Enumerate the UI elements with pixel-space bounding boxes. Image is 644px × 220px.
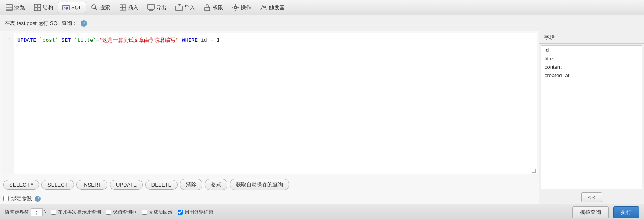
svg-rect-21 — [205, 7, 210, 11]
svg-rect-6 — [34, 8, 37, 11]
keep-query-checkbox[interactable] — [106, 210, 111, 215]
toolbar-btn-insert[interactable]: 插入 — [115, 2, 142, 13]
toolbar-btn-search[interactable]: 搜索 — [87, 2, 114, 13]
toolbar-btn-triggers[interactable]: 触发器 — [256, 2, 289, 13]
toolbar-btn-operations[interactable]: 操作 — [228, 2, 255, 13]
content-body: 1 UPDATE `post` SET `title`="这是一篇测试文章由学院… — [0, 31, 644, 204]
checkbox3-item: 完成后回滚 — [142, 209, 173, 216]
rollback-label: 完成后回滚 — [149, 209, 173, 216]
svg-rect-15 — [148, 4, 154, 9]
toolbar-operations-label: 操作 — [241, 4, 251, 11]
line-numbers: 1 — [2, 33, 14, 174]
svg-rect-7 — [38, 8, 41, 11]
toolbar-btn-permissions[interactable]: 权限 — [200, 2, 227, 13]
fields-header: 字段 — [539, 31, 644, 44]
search-icon — [91, 4, 98, 11]
toolbar-btn-structure[interactable]: 结构 — [30, 2, 57, 13]
foreign-key-label: 启用外键约束 — [184, 209, 213, 216]
svg-text:SQL: SQL — [64, 7, 69, 10]
import-icon — [175, 4, 183, 11]
simulate-query-button[interactable]: 模拟查询 — [572, 206, 609, 218]
field-item-title[interactable]: title — [541, 54, 642, 63]
resize-handle[interactable] — [532, 169, 536, 173]
field-item-created-at[interactable]: created_at — [541, 71, 642, 80]
button-row: SELECT * SELECT INSERT UPDATE DELETE 清除 … — [0, 176, 539, 193]
editor-panel: 1 UPDATE `post` SET `title`="这是一篇测试文章由学院… — [0, 31, 539, 204]
toolbar-export-label: 导出 — [156, 4, 167, 11]
sql-editor[interactable]: 1 UPDATE `post` SET `title`="这是一篇测试文章由学院… — [2, 33, 537, 174]
delimiter-input[interactable] — [31, 208, 43, 216]
main-area: 在表 test.post 运行 SQL 查询： ? 1 UPDATE `post… — [0, 15, 644, 220]
insert-icon — [119, 4, 126, 11]
clear-button[interactable]: 清除 — [180, 179, 202, 190]
svg-point-22 — [234, 6, 237, 9]
svg-rect-4 — [34, 4, 37, 7]
select-button[interactable]: SELECT — [41, 180, 74, 190]
toolbar-search-label: 搜索 — [100, 4, 110, 11]
update-button[interactable]: UPDATE — [110, 180, 143, 190]
checkbox2-item: 保留查询框 — [106, 209, 137, 216]
toolbar-sql-label: SQL — [71, 4, 82, 10]
select-star-button[interactable]: SELECT * — [3, 180, 39, 190]
bind-params-checkbox[interactable] — [3, 196, 9, 201]
toolbar-btn-export[interactable]: 导出 — [143, 2, 171, 13]
bind-row: 绑定参数 ? — [0, 193, 539, 204]
fields-panel: 字段 id title content created_at < < — [539, 31, 644, 204]
status-bar: 语句定界符 } 在此再次显示此查询 保留查询框 完成后回滚 启用外键约束 模拟查… — [0, 204, 644, 220]
browse-icon — [6, 4, 13, 11]
sql-content[interactable]: UPDATE `post` SET `title`="这是一篇测试文章由学院君编… — [14, 33, 537, 174]
sql-icon: SQL — [62, 4, 70, 11]
query-help-icon[interactable]: ? — [80, 20, 87, 27]
svg-point-10 — [92, 5, 96, 9]
query-header: 在表 test.post 运行 SQL 查询： ? — [0, 15, 644, 31]
toolbar-btn-import[interactable]: 导入 — [171, 2, 199, 13]
toolbar-insert-label: 插入 — [128, 4, 138, 11]
toolbar-triggers-label: 触发器 — [269, 4, 285, 11]
operations-icon — [232, 4, 239, 11]
checkbox1-item: 在此再次显示此查询 — [51, 209, 101, 216]
field-item-id[interactable]: id — [541, 46, 642, 54]
permissions-icon — [204, 4, 211, 11]
get-auto-saved-button[interactable]: 获取自动保存的查询 — [230, 179, 289, 190]
svg-rect-18 — [176, 6, 182, 11]
triggers-icon — [260, 4, 267, 11]
execute-button[interactable]: 执行 — [613, 206, 639, 218]
rollback-checkbox[interactable] — [142, 210, 147, 215]
fields-list: id title content created_at — [541, 45, 642, 189]
show-query-checkbox[interactable] — [51, 210, 56, 215]
toolbar-structure-label: 结构 — [43, 4, 53, 11]
toolbar-browse-label: 浏览 — [14, 4, 25, 11]
delete-button[interactable]: DELETE — [145, 180, 178, 190]
svg-line-11 — [95, 8, 97, 10]
keep-query-label: 保留查询框 — [113, 209, 137, 216]
show-query-label: 在此再次显示此查询 — [58, 209, 101, 216]
field-item-content[interactable]: content — [541, 63, 642, 71]
toolbar-import-label: 导入 — [184, 4, 195, 11]
delimiter-item: 语句定界符 } — [5, 208, 46, 216]
toolbar-btn-sql[interactable]: SQL SQL — [58, 2, 86, 13]
insert-button[interactable]: INSERT — [76, 180, 107, 190]
main-toolbar: 浏览 结构 SQL SQL 搜索 插入 导出 导入 — [0, 0, 644, 15]
svg-rect-5 — [38, 4, 41, 7]
delimiter-label: 语句定界符 — [5, 209, 29, 216]
delimiter-suffix: } — [44, 210, 46, 215]
format-button[interactable]: 格式 — [205, 179, 227, 190]
fields-arrow-button[interactable]: < < — [581, 192, 603, 202]
bind-params-label: 绑定参数 — [11, 195, 32, 202]
bind-params-help-icon[interactable]: ? — [35, 196, 41, 202]
foreign-key-checkbox[interactable] — [178, 210, 183, 215]
query-header-text: 在表 test.post 运行 SQL 查询： — [5, 20, 77, 27]
structure-icon — [34, 4, 41, 11]
checkbox4-item: 启用外键约束 — [178, 209, 213, 216]
toolbar-btn-browse[interactable]: 浏览 — [2, 2, 29, 13]
toolbar-permissions-label: 权限 — [213, 4, 223, 11]
export-icon — [147, 4, 155, 11]
